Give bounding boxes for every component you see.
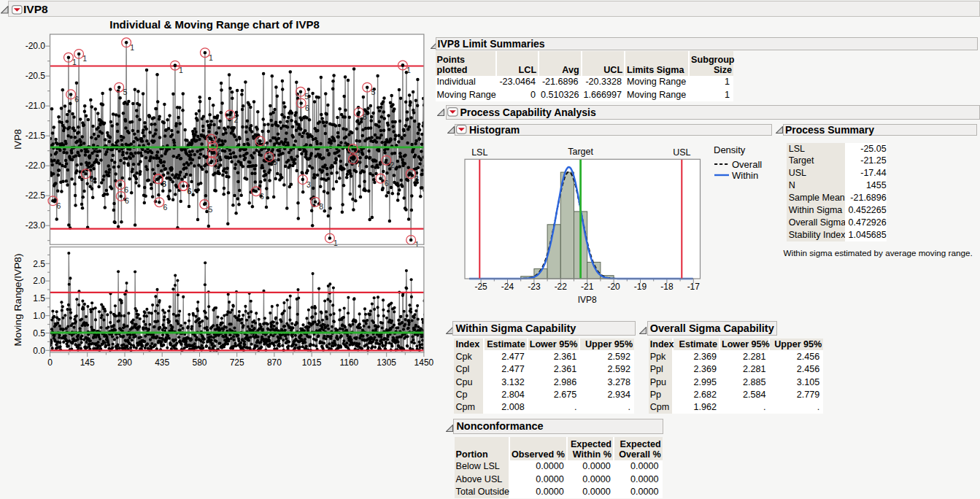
svg-text:3: 3 <box>306 180 311 189</box>
svg-text:7: 7 <box>264 142 269 150</box>
svg-text:6: 6 <box>187 187 191 196</box>
svg-text:IVP8: IVP8 <box>578 295 597 305</box>
svg-text:Target: Target <box>568 147 593 157</box>
svg-text:870: 870 <box>267 357 282 368</box>
svg-text:-21.0: -21.0 <box>26 101 46 111</box>
svg-text:-21: -21 <box>581 282 594 292</box>
svg-text:-24: -24 <box>501 282 514 292</box>
svg-text:LSL: LSL <box>471 147 487 158</box>
svg-text:1: 1 <box>209 53 213 62</box>
svg-text:1450: 1450 <box>414 357 434 368</box>
svg-text:6: 6 <box>260 192 264 201</box>
svg-text:-18: -18 <box>660 282 674 292</box>
svg-text:435: 435 <box>155 357 169 368</box>
svg-text:IVP8: IVP8 <box>12 129 23 150</box>
svg-text:1: 1 <box>406 66 411 74</box>
svg-text:-25: -25 <box>474 282 487 292</box>
svg-text:6: 6 <box>57 201 61 210</box>
svg-text:2.5: 2.5 <box>33 259 45 269</box>
svg-text:1160: 1160 <box>339 357 358 368</box>
svg-text:1: 1 <box>179 66 183 74</box>
svg-text:6: 6 <box>124 185 128 194</box>
svg-text:1: 1 <box>130 43 134 52</box>
svg-text:-20.5: -20.5 <box>26 71 46 81</box>
svg-text:1015: 1015 <box>302 357 322 368</box>
svg-text:1.5: 1.5 <box>33 293 45 303</box>
svg-text:6: 6 <box>305 104 309 112</box>
svg-text:2: 2 <box>215 162 220 171</box>
svg-text:-22.5: -22.5 <box>26 190 46 201</box>
svg-text:-23.0: -23.0 <box>26 220 46 231</box>
svg-text:-20.0: -20.0 <box>26 41 46 51</box>
svg-text:2: 2 <box>390 160 395 169</box>
svg-text:7: 7 <box>357 160 361 169</box>
svg-text:5: 5 <box>304 92 309 101</box>
svg-text:5: 5 <box>123 88 127 96</box>
svg-text:Individual & Moving Range char: Individual & Moving Range chart of IVP8 <box>109 18 320 31</box>
svg-text:1: 1 <box>72 58 77 66</box>
svg-text:0: 0 <box>47 357 53 368</box>
svg-text:145: 145 <box>80 357 95 368</box>
svg-text:USL: USL <box>673 147 690 158</box>
svg-text:8: 8 <box>319 202 323 211</box>
svg-text:0.5: 0.5 <box>33 328 45 339</box>
svg-text:6: 6 <box>74 95 79 104</box>
svg-text:580: 580 <box>192 357 207 368</box>
svg-text:5: 5 <box>208 205 212 214</box>
svg-text:-22: -22 <box>555 282 568 292</box>
svg-text:1: 1 <box>333 239 338 247</box>
svg-text:290: 290 <box>117 357 132 368</box>
svg-text:1: 1 <box>82 54 87 63</box>
svg-text:1305: 1305 <box>377 357 396 368</box>
svg-text:3: 3 <box>273 158 277 166</box>
svg-text:2: 2 <box>234 115 238 124</box>
svg-text:-20: -20 <box>607 282 620 292</box>
svg-text:-19: -19 <box>634 282 647 292</box>
svg-text:6: 6 <box>385 179 389 187</box>
svg-text:3: 3 <box>414 174 419 183</box>
svg-text:6: 6 <box>162 179 166 188</box>
svg-text:-22.0: -22.0 <box>26 160 46 171</box>
svg-text:725: 725 <box>230 357 244 368</box>
svg-text:6: 6 <box>90 174 94 183</box>
svg-text:Moving Range(IVP8): Moving Range(IVP8) <box>12 253 23 346</box>
svg-text:1.0: 1.0 <box>33 311 45 321</box>
svg-text:-21.5: -21.5 <box>26 131 46 141</box>
svg-text:-17: -17 <box>687 282 701 292</box>
svg-text:-23: -23 <box>528 282 541 292</box>
svg-text:8: 8 <box>363 112 367 121</box>
svg-text:2.0: 2.0 <box>33 276 45 286</box>
svg-text:0.0: 0.0 <box>33 346 45 356</box>
svg-text:6: 6 <box>163 203 168 212</box>
svg-text:5: 5 <box>371 88 375 96</box>
svg-text:6: 6 <box>125 196 129 205</box>
